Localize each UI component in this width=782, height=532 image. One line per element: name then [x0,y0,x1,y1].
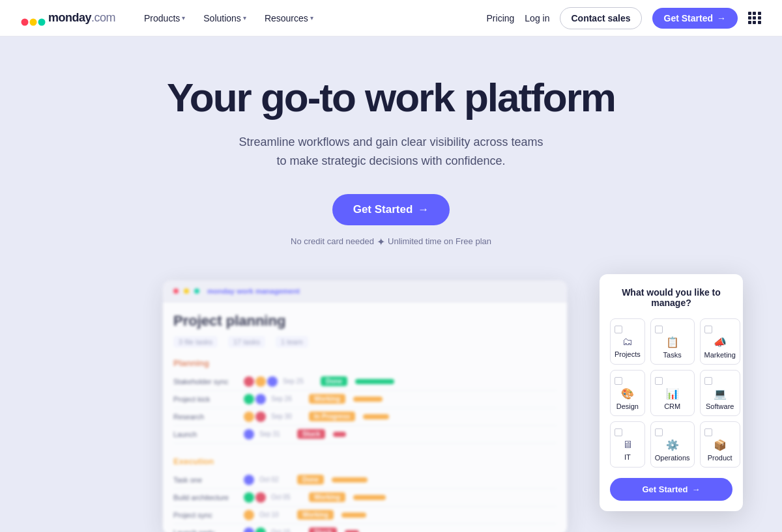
dash-section: Planning [173,358,557,368]
widget-label: Operations [655,454,690,462]
dashboard-preview: monday work management Project planning … [163,281,567,532]
operations-icon: ⚙️ [666,439,679,451]
crm-icon: 📊 [666,387,679,400]
apps-grid-icon[interactable] [748,12,761,25]
widget-option-it[interactable]: 🖥 IT [610,421,645,468]
svg-point-2 [38,18,46,25]
widget-label: Design [616,402,639,410]
widget-label: Tasks [663,351,682,359]
table-row: Launch Sep 31 Stuck [173,426,557,443]
chevron-icon: ▾ [243,14,246,21]
logo[interactable]: monday.com [21,10,115,26]
widget-option-design[interactable]: 🎨 Design [610,370,645,416]
marketing-icon: 📣 [714,336,727,348]
table-row: Task one Oct 02 Done [173,471,557,489]
widget-option-operations[interactable]: ⚙️ Operations [650,421,695,468]
widget-options-grid: 🗂 Projects 📋 Tasks 📣 Marketing 🎨 [610,318,732,468]
widget-label: Product [708,454,732,462]
chevron-icon: ▾ [310,14,313,21]
widget-label: Software [706,402,734,410]
nav-pricing[interactable]: Pricing [487,13,515,23]
software-icon: 💻 [714,387,727,400]
projects-icon: 🗂 [622,336,633,348]
widget-get-started-button[interactable]: Get Started → [610,478,732,501]
product-icon: 📦 [714,439,727,451]
dash-meta: 3 file tasks 17 tasks 1 team [173,336,557,348]
widget-option-product[interactable]: 📦 Product [700,421,740,468]
arrow-icon: → [418,203,429,216]
dash-title: Project planning [173,313,557,329]
tasks-icon: 📋 [666,336,679,348]
checkbox-marketing[interactable] [704,326,712,333]
table-row: Stakeholder sync Sep 25 Done [173,373,557,391]
hero-section: Your go-to work platform Streamline work… [0,36,782,532]
checkbox-software[interactable] [704,377,712,385]
checkbox-design[interactable] [615,377,622,385]
widget-option-projects[interactable]: 🗂 Projects [610,318,645,365]
design-icon: 🎨 [621,387,634,400]
nav-resources[interactable]: Resources ▾ [257,9,321,27]
hero-title: Your go-to work platform [167,76,615,120]
hero-subtitle: Streamline workflows and gain clear visi… [239,133,543,171]
widget-label: Projects [615,350,641,358]
widget-option-software[interactable]: 💻 Software [700,370,740,416]
arrow-icon: → [717,13,726,23]
checkbox-product[interactable] [704,428,712,436]
navbar: monday.com Products ▾ Solutions ▾ Resour… [0,0,782,36]
nav-right: Pricing Log in Contact sales Get Started… [487,7,761,29]
table-row: Build architecture Oct 05 Working [173,489,557,507]
table-row: Project kick Sep 26 Working [173,391,557,408]
hero-note: No credit card needed ✦ Unlimited time o… [291,236,491,248]
arrow-icon: → [692,484,701,494]
svg-point-1 [30,18,37,25]
table-row: Research Sep 30 In Progress [173,408,557,426]
get-started-nav-button[interactable]: Get Started → [652,8,738,29]
nav-links: Products ▾ Solutions ▾ Resources ▾ [136,9,321,27]
table-row: Launch party Oct 15 Stuck [173,524,557,532]
table-row: Project sync Oct 10 Working [173,507,557,524]
widget-option-crm[interactable]: 📊 CRM [650,370,695,416]
checkbox-tasks[interactable] [655,326,663,333]
dashboard-area: monday work management Project planning … [0,281,782,532]
checkbox-operations[interactable] [655,428,663,436]
widget-option-marketing[interactable]: 📣 Marketing [700,318,740,365]
chevron-icon: ▾ [182,14,185,21]
checkbox-crm[interactable] [655,377,663,385]
widget-label: Marketing [704,351,736,359]
nav-products[interactable]: Products ▾ [136,9,193,27]
widget-label: CRM [664,402,680,410]
nav-solutions[interactable]: Solutions ▾ [195,9,254,27]
it-icon: 🖥 [622,439,633,451]
widget-option-tasks[interactable]: 📋 Tasks [650,318,695,365]
svg-point-0 [22,18,29,25]
contact-sales-button[interactable]: Contact sales [560,7,641,29]
checkbox-it[interactable] [615,428,622,436]
logo-name: monday.com [48,11,115,25]
checkbox-projects[interactable] [615,326,622,333]
widget-title: What would you like to manage? [610,287,732,308]
widget-label: IT [624,453,631,461]
manage-widget: What would you like to manage? 🗂 Project… [600,274,743,511]
get-started-hero-button[interactable]: Get Started → [332,194,450,225]
nav-login[interactable]: Log in [525,13,549,23]
